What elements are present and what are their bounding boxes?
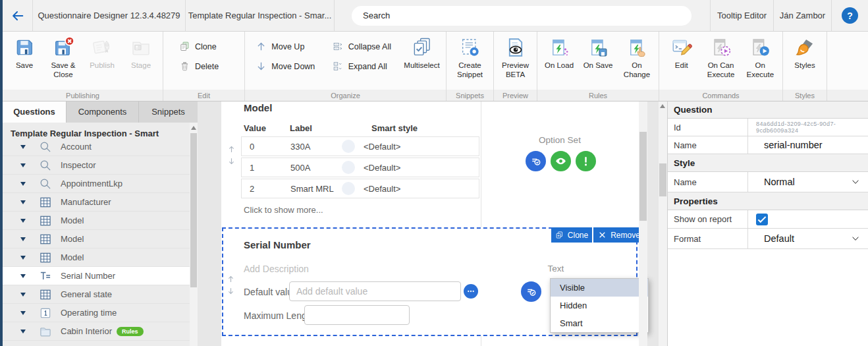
chevron-down-icon[interactable] [20, 330, 26, 333]
tab-questions[interactable]: Questions [3, 101, 67, 123]
tree-item-model[interactable]: Model [3, 212, 190, 230]
style-color-swatch[interactable] [342, 182, 355, 195]
chevron-down-icon[interactable] [20, 311, 26, 315]
tab-snippets[interactable]: Snippets [139, 101, 198, 123]
chevron-down-icon[interactable] [851, 177, 860, 187]
ribbon-button-styles[interactable]: Styles [788, 35, 822, 71]
search-input[interactable] [352, 11, 692, 20]
move-up-icon[interactable] [227, 144, 236, 154]
sidebar-scrollbar[interactable] [190, 123, 198, 346]
chevron-down-icon[interactable] [20, 219, 26, 223]
default-value-more-button[interactable] [464, 284, 478, 299]
props-row-value[interactable] [748, 210, 868, 228]
ribbon-button-move-up[interactable]: Move Up [256, 41, 315, 52]
ribbon-button-move-down[interactable]: Move Down [256, 61, 315, 72]
default-value-input[interactable] [289, 281, 461, 301]
clone-question-button[interactable]: Clone [551, 227, 592, 243]
chevron-down-icon[interactable] [20, 145, 26, 149]
save-close-icon [52, 36, 74, 59]
chevron-down-icon[interactable] [20, 200, 26, 204]
description-placeholder[interactable]: Add Description [244, 264, 309, 274]
checkbox-checked[interactable] [756, 214, 768, 225]
tree-item-operating-time[interactable]: Operating time [3, 304, 190, 322]
ribbon-button-on-save[interactable]: On Save [581, 35, 615, 71]
ribbon-button-on-execute[interactable]: On Execute [743, 35, 777, 81]
required-button[interactable] [576, 151, 596, 171]
tree-item-account[interactable]: Account [3, 138, 190, 156]
properties-scrollbar[interactable] [659, 101, 667, 346]
move-up-icon[interactable] [226, 274, 236, 284]
props-row-value[interactable]: Default [748, 229, 868, 248]
chevron-down-icon[interactable] [20, 274, 26, 278]
help-button[interactable]: ? [842, 7, 858, 24]
remove-question-button[interactable]: Remove [593, 227, 645, 243]
chevron-down-icon[interactable] [20, 237, 26, 241]
optionset-row[interactable]: 1500A<Default> [241, 158, 479, 177]
optionset-row[interactable]: 2Smart MRL<Default> [241, 179, 479, 198]
chevron-down-icon[interactable] [20, 256, 26, 260]
move-down-icon [256, 61, 267, 72]
tab-components[interactable]: Components [67, 101, 139, 123]
dropdown-option-visible[interactable]: Visible [551, 279, 648, 297]
tree-item-inspector[interactable]: Inspector [3, 156, 190, 175]
tree-item-model[interactable]: Model [3, 230, 190, 248]
style-color-swatch[interactable] [342, 140, 355, 153]
show-more-link[interactable]: Click to show more... [244, 205, 323, 215]
dropdown-option-smart[interactable]: Smart [551, 314, 648, 332]
grid-icon [39, 288, 52, 301]
canvas-scrollbar[interactable] [639, 101, 647, 346]
lookup-icon [39, 177, 52, 190]
ribbon-button-delete[interactable]: Delete [179, 61, 219, 72]
ribbon-button-multiselect[interactable]: Multiselect [402, 35, 441, 71]
visibility-button[interactable] [551, 151, 571, 171]
props-row-value[interactable]: Normal [748, 172, 868, 192]
ellipsis-icon [466, 286, 476, 297]
style-color-swatch[interactable] [342, 161, 355, 174]
tree-item-model[interactable]: Model [3, 248, 190, 267]
chevron-down-icon[interactable] [20, 293, 26, 297]
ribbon-button-on-load[interactable]: On Load [542, 35, 576, 71]
user-menu[interactable]: Ján Zambor [774, 0, 832, 31]
move-down-icon[interactable] [226, 286, 236, 296]
tree-item-manufacturer[interactable]: Manufacturer [3, 193, 190, 212]
chevron-down-icon[interactable] [20, 182, 26, 186]
ribbon-button-clone[interactable]: Clone [179, 41, 219, 52]
scroll-up-icon[interactable] [191, 126, 196, 130]
dropdown-option-hidden[interactable]: Hidden [551, 297, 648, 314]
scrollbar-thumb[interactable] [639, 132, 647, 221]
ribbon-button-collapse-all[interactable]: Collapse All [333, 41, 391, 52]
question-type-icon-button[interactable] [521, 281, 541, 302]
ribbon-button-save[interactable]: Save [7, 35, 41, 71]
move-down-icon[interactable] [227, 156, 236, 166]
help-icon: ? [847, 11, 853, 21]
props-section-header-style: Style [668, 154, 868, 172]
tree-item-label: Model [61, 252, 84, 262]
delete-icon [179, 61, 190, 72]
tree-item-serial-number[interactable]: Serial Number [3, 267, 190, 285]
checkbox-check-icon [756, 214, 768, 225]
optionset-row[interactable]: 0330A<Default> [241, 136, 479, 156]
question-type-button[interactable] [526, 151, 546, 171]
folder-type-icon [39, 325, 52, 338]
ribbon-button-create-snippet[interactable]: Create Snippet [453, 35, 487, 81]
chevron-down-icon[interactable] [851, 234, 860, 243]
tooltip-editor-button[interactable]: Tooltip Editor [711, 0, 774, 31]
ribbon-button-on-change[interactable]: On Change [620, 35, 654, 81]
chevron-down-icon[interactable] [20, 163, 26, 167]
document-tab[interactable]: Template Regular Inspection - Smar... [186, 0, 335, 31]
on-save-icon [587, 36, 609, 59]
max-length-input[interactable] [304, 305, 410, 325]
scrollbar-thumb[interactable] [659, 163, 666, 196]
scrollbar-thumb[interactable] [190, 133, 197, 287]
tree-item-cabin-interior[interactable]: Cabin InteriorRules [3, 322, 190, 341]
tree-item-general-state[interactable]: General state [3, 285, 190, 304]
ribbon-button-edit[interactable]: Edit [665, 35, 699, 71]
tree-item-appointmentlkp[interactable]: AppointmentLkp [3, 175, 190, 193]
back-button[interactable] [3, 0, 33, 31]
props-row-value[interactable]: serial-number [748, 136, 868, 154]
scroll-up-icon[interactable] [660, 104, 665, 108]
ribbon-button-preview-beta[interactable]: Preview BETA [499, 35, 533, 81]
ribbon-button-expand-all[interactable]: Expand All [333, 61, 391, 72]
ribbon-button-on-can-execute[interactable]: On Can Execute [704, 35, 738, 81]
ribbon-button-save-close[interactable]: Save & Close [46, 35, 80, 81]
